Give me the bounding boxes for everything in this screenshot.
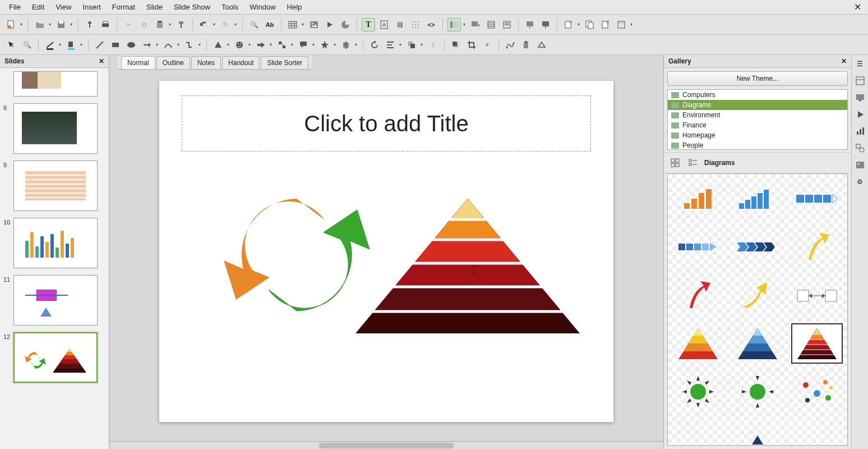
filter-icon[interactable]: ✦	[481, 38, 494, 52]
dropdown-icon[interactable]: ▾	[398, 38, 403, 52]
horizontal-scrollbar[interactable]	[109, 441, 663, 449]
window-close-button[interactable]: ✕	[851, 2, 865, 12]
print-icon[interactable]	[99, 18, 112, 31]
dropdown-icon[interactable]: ▾	[212, 18, 216, 31]
dropdown-icon[interactable]: ▾	[155, 38, 159, 52]
slide-thumb[interactable]	[13, 161, 98, 211]
gallery-item[interactable]	[791, 178, 843, 219]
block-arrows-icon[interactable]	[254, 38, 267, 52]
arrow-icon[interactable]	[140, 38, 154, 52]
properties-icon[interactable]	[855, 75, 866, 86]
rotate-icon[interactable]	[368, 38, 381, 52]
settings-icon[interactable]: ⚙	[855, 176, 866, 187]
gallery-close[interactable]: ✕	[841, 57, 847, 65]
slide-thumb[interactable]	[13, 332, 98, 383]
theme-item[interactable]: Finance	[668, 120, 847, 130]
dropdown-icon[interactable]: ▾	[311, 38, 316, 52]
slide-canvas[interactable]: Click to add Title ⌶	[159, 81, 613, 422]
gallery-item[interactable]	[732, 275, 783, 315]
dropdown-icon[interactable]: ▾	[176, 38, 181, 52]
theme-item[interactable]: Computers	[668, 90, 847, 100]
rect-icon[interactable]	[109, 38, 122, 52]
theme-item[interactable]: Environment	[668, 110, 847, 120]
flowchart-icon[interactable]	[275, 38, 289, 52]
gallery-item[interactable]	[672, 178, 724, 219]
new-doc-icon[interactable]	[4, 18, 18, 31]
slide-thumb[interactable]	[13, 103, 98, 154]
tab-notes[interactable]: Notes	[191, 56, 221, 69]
image-icon[interactable]	[307, 18, 321, 31]
spellcheck-icon[interactable]: Ab	[263, 18, 276, 31]
table-icon[interactable]	[286, 18, 299, 31]
start-slideshow-icon[interactable]	[469, 18, 482, 31]
dropdown-icon[interactable]: ▾	[69, 18, 73, 31]
gallery-item[interactable]	[672, 372, 724, 412]
gallery-item[interactable]	[791, 323, 843, 364]
play-icon[interactable]	[855, 109, 866, 120]
layout-icon[interactable]	[615, 18, 628, 31]
dropdown-icon[interactable]: ▾	[19, 18, 24, 31]
find-icon[interactable]: 🔍	[247, 18, 261, 31]
fill-color-icon[interactable]	[64, 38, 78, 52]
gallery-item[interactable]	[791, 227, 843, 267]
dropdown-icon[interactable]: ▾	[419, 38, 424, 52]
theme-item[interactable]: People	[668, 140, 847, 150]
tab-handout[interactable]: Handout	[222, 56, 260, 69]
line-color-icon[interactable]	[43, 38, 57, 52]
gallery-item[interactable]	[791, 420, 843, 446]
zoom-icon[interactable]: 🔍	[20, 38, 34, 52]
dropdown-icon[interactable]: ▾	[301, 18, 305, 31]
dropdown-icon[interactable]: ▾	[168, 18, 172, 31]
dropdown-icon[interactable]: ▾	[48, 18, 52, 31]
connector-icon[interactable]	[183, 38, 196, 52]
menu-edit[interactable]: Edit	[26, 1, 50, 13]
arrange-icon[interactable]	[405, 38, 418, 52]
points-icon[interactable]	[504, 38, 517, 52]
canvas-area[interactable]: Click to add Title ⌶	[109, 55, 663, 449]
gallery-item[interactable]	[732, 420, 783, 446]
redo-icon[interactable]: ↻	[219, 18, 232, 31]
dropdown-icon[interactable]: ▾	[629, 18, 634, 31]
dropdown-icon[interactable]: ▾	[269, 38, 273, 52]
view-normal-icon[interactable]	[447, 18, 461, 31]
dropdown-icon[interactable]: ▾	[197, 38, 202, 52]
gallery-grid[interactable]	[667, 173, 848, 446]
new-theme-button[interactable]: New Theme...	[667, 71, 848, 86]
symbol-shapes-icon[interactable]	[233, 38, 246, 52]
master-icon[interactable]	[484, 18, 498, 31]
cut-icon[interactable]: ✂	[122, 18, 135, 31]
gallery-item[interactable]	[672, 323, 724, 364]
master-slides-icon[interactable]	[855, 92, 866, 103]
gallery-item[interactable]	[732, 372, 783, 412]
dropdown-icon[interactable]: ▾	[79, 38, 84, 52]
line-icon[interactable]	[93, 38, 107, 52]
menu-format[interactable]: Format	[107, 1, 141, 13]
gallery-panel-icon[interactable]	[855, 159, 866, 171]
open-icon[interactable]	[33, 18, 47, 31]
ellipse-icon[interactable]	[124, 38, 138, 52]
dropdown-icon[interactable]: ▾	[58, 38, 62, 52]
shadow-icon[interactable]	[449, 38, 463, 52]
menu-help[interactable]: Help	[281, 1, 308, 13]
menu-insert[interactable]: Insert	[77, 1, 107, 13]
presentation-icon[interactable]	[523, 18, 537, 31]
chart-icon[interactable]	[339, 18, 352, 31]
stars-icon[interactable]	[318, 38, 331, 52]
presentation2-icon[interactable]	[539, 18, 552, 31]
grid-icon[interactable]	[409, 18, 422, 31]
gallery-item[interactable]	[732, 227, 783, 267]
slide-thumb[interactable]	[13, 218, 98, 268]
extrusion-icon[interactable]	[535, 38, 548, 52]
curve-icon[interactable]	[161, 38, 175, 52]
hyperlink-icon[interactable]: ⛓	[393, 18, 407, 31]
3d-icon[interactable]	[339, 38, 353, 52]
slides-panel-close[interactable]: ✕	[99, 57, 104, 65]
slides-list[interactable]: 8 9 10	[0, 68, 109, 449]
dropdown-icon[interactable]: ▾	[576, 18, 581, 31]
dropdown-icon[interactable]: ▾	[462, 18, 467, 31]
clone-format-icon[interactable]	[174, 18, 188, 31]
dropdown-icon[interactable]: ▾	[354, 38, 358, 52]
menu-tools[interactable]: Tools	[216, 1, 244, 13]
gallery-item[interactable]	[791, 275, 843, 315]
menu-slide[interactable]: Slide	[141, 1, 168, 13]
